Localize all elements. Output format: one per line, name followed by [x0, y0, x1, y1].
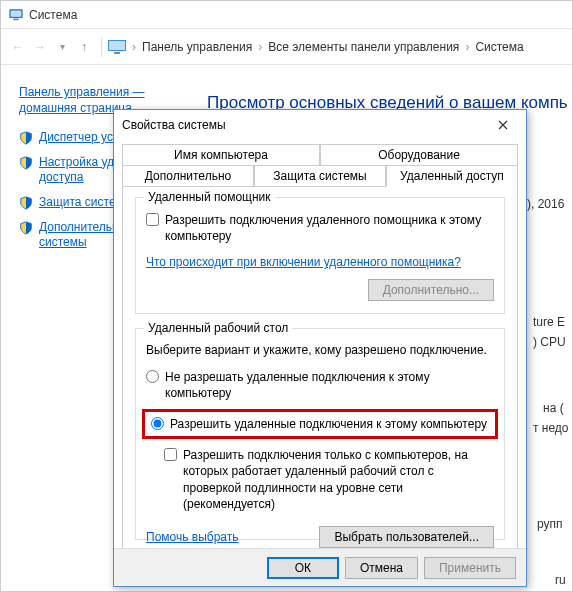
annotation-highlight: Разрешить удаленные подключения к этому …	[142, 409, 498, 439]
chk-nla[interactable]	[164, 448, 177, 461]
tab-remote[interactable]: Удаленный доступ	[386, 165, 518, 187]
text-fragment: т недо	[533, 421, 569, 435]
breadcrumb-2[interactable]: Все элементы панели управления	[268, 40, 459, 54]
shield-icon	[19, 221, 33, 235]
tab-panel-remote: Удаленный помощник Разрешить подключения…	[122, 187, 518, 565]
svg-rect-2	[13, 18, 18, 20]
chk-label: Разрешить подключения только с компьютер…	[183, 447, 494, 512]
btn-advanced[interactable]: Дополнительно...	[368, 279, 494, 301]
radio-allow[interactable]	[151, 417, 164, 430]
text-fragment: ture E	[533, 315, 569, 329]
close-button[interactable]	[488, 113, 518, 137]
up-arrow-icon[interactable]: ↑	[73, 36, 95, 58]
breadcrumb-bar: ← → ▾ ↑ › Панель управления › Все элемен…	[1, 29, 572, 65]
group-title: Удаленный помощник	[144, 190, 275, 204]
group-remote-assistance: Удаленный помощник Разрешить подключения…	[135, 197, 505, 314]
radio-label: Не разрешать удаленные подключения к это…	[165, 369, 494, 401]
ok-button[interactable]: ОК	[267, 557, 339, 579]
btn-select-users[interactable]: Выбрать пользователей...	[319, 526, 494, 548]
chevron-right-icon[interactable]: ›	[258, 40, 262, 54]
shield-icon	[19, 131, 33, 145]
link-what-happens[interactable]: Что происходит при включении удаленного …	[146, 254, 461, 270]
breadcrumb-3[interactable]: Система	[475, 40, 523, 54]
dialog-titlebar: Свойства системы	[114, 110, 526, 140]
svg-rect-1	[11, 10, 22, 16]
group-desc: Выберите вариант и укажите, кому разреше…	[146, 343, 494, 357]
group-remote-desktop: Удаленный рабочий стол Выберите вариант …	[135, 328, 505, 540]
svg-rect-4	[109, 41, 125, 50]
chevron-right-icon[interactable]: ›	[465, 40, 469, 54]
tab-hardware[interactable]: Оборудование	[320, 144, 518, 165]
link-help-choose[interactable]: Помочь выбрать	[146, 530, 239, 544]
text-fragment: рупп	[537, 517, 569, 531]
text-fragment: ), 2016	[527, 197, 569, 211]
close-icon	[498, 120, 508, 130]
shield-icon	[19, 196, 33, 210]
cp-titlebar: Система	[1, 1, 572, 29]
system-icon	[9, 8, 23, 22]
text-fragment: на (	[543, 401, 569, 415]
radio-label: Разрешить удаленные подключения к этому …	[170, 416, 487, 432]
cp-title: Система	[29, 8, 77, 22]
chk-label: Разрешить подключения удаленного помощни…	[165, 212, 494, 244]
monitor-icon	[108, 40, 126, 54]
radio-dont-allow[interactable]	[146, 370, 159, 383]
tab-system-protection[interactable]: Защита системы	[254, 165, 386, 186]
system-properties-dialog: Свойства системы Имя компьютера Оборудов…	[113, 109, 527, 587]
cancel-button[interactable]: Отмена	[345, 557, 418, 579]
recent-dropdown-icon[interactable]: ▾	[51, 36, 73, 58]
chk-allow-remote-assistance[interactable]	[146, 213, 159, 226]
group-title: Удаленный рабочий стол	[144, 321, 292, 335]
svg-rect-5	[114, 52, 120, 54]
tabstrip: Имя компьютера Оборудование Дополнительн…	[122, 144, 518, 565]
text-fragment: ru	[555, 573, 569, 587]
breadcrumb-1[interactable]: Панель управления	[142, 40, 252, 54]
sidebar-link-label: Защита систем	[39, 195, 124, 211]
chevron-right-icon[interactable]: ›	[132, 40, 136, 54]
tab-computer-name[interactable]: Имя компьютера	[122, 144, 320, 165]
dialog-title: Свойства системы	[122, 118, 226, 132]
nav-divider	[101, 37, 102, 57]
apply-button[interactable]: Применить	[424, 557, 516, 579]
tab-advanced[interactable]: Дополнительно	[122, 165, 254, 186]
text-fragment: ) CPU	[533, 335, 569, 349]
back-arrow-icon[interactable]: ←	[7, 36, 29, 58]
forward-arrow-icon[interactable]: →	[29, 36, 51, 58]
dialog-button-row: ОК Отмена Применить	[114, 548, 526, 586]
shield-icon	[19, 156, 33, 170]
